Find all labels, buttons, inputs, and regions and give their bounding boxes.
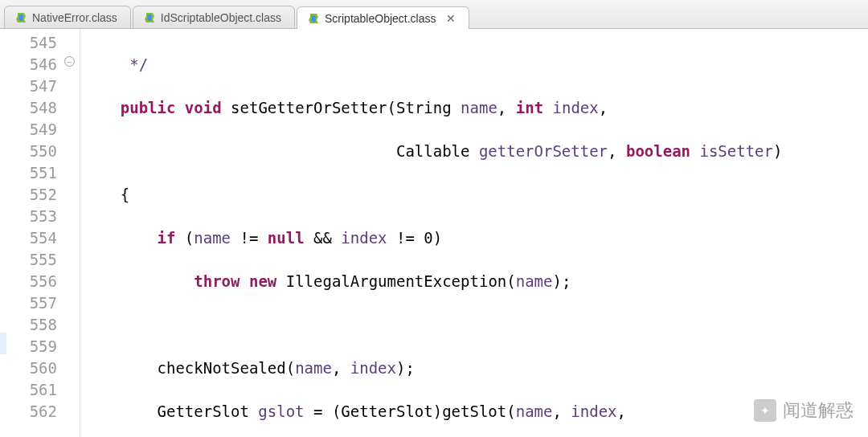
line-number: 561 xyxy=(0,379,57,401)
line-number: 547 xyxy=(0,76,57,97)
code-area[interactable]: */ public void setGetterOrSetter(String … xyxy=(80,29,868,437)
line-number: 562 xyxy=(0,401,57,423)
code-line[interactable]: if (name != null && index != 0) xyxy=(84,227,868,249)
line-number: 555 xyxy=(0,249,57,271)
line-number: 551 xyxy=(0,162,57,184)
line-number: 550 xyxy=(0,141,57,162)
line-number: 557 xyxy=(0,292,57,314)
line-number: 559 xyxy=(0,336,57,357)
tab-scriptable-active[interactable]: ScriptableObject.class ✕ xyxy=(297,6,469,29)
tab-label: ScriptableObject.class xyxy=(325,12,436,25)
line-number: 552 xyxy=(0,184,57,206)
tab-label: NativeError.class xyxy=(32,11,117,24)
line-number: 549 xyxy=(0,119,57,141)
code-line[interactable]: */ xyxy=(84,54,868,76)
code-line[interactable]: { xyxy=(84,184,868,206)
code-line[interactable]: Callable getterOrSetter, boolean isSette… xyxy=(84,141,868,162)
line-number: 545 xyxy=(0,32,57,54)
tab-idscriptable[interactable]: IdScriptableObject.class xyxy=(133,6,295,29)
class-file-icon xyxy=(14,11,27,24)
code-line[interactable]: GetterSlot gslot = (GetterSlot)getSlot(n… xyxy=(84,401,868,423)
line-number: 548 xyxy=(0,97,57,119)
class-file-icon xyxy=(143,11,156,24)
line-number-gutter: 545 546– 547 548 549 550 551 552 553 554… xyxy=(0,29,80,437)
close-icon[interactable]: ✕ xyxy=(441,12,456,25)
editor-tab-bar: NativeError.class IdScriptableObject.cla… xyxy=(0,0,868,29)
code-editor: 545 546– 547 548 549 550 551 552 553 554… xyxy=(0,29,868,437)
code-line[interactable]: checkNotSealed(name, index); xyxy=(84,357,868,379)
tab-label: IdScriptableObject.class xyxy=(161,11,281,24)
fold-toggle-icon[interactable]: – xyxy=(64,56,75,67)
line-number: 558 xyxy=(0,314,57,336)
line-number: 560 xyxy=(0,357,57,379)
line-number: 546– xyxy=(0,54,57,76)
line-number: 554 xyxy=(0,227,57,249)
watermark-text: 闻道解惑 xyxy=(783,398,854,423)
line-number: 556 xyxy=(0,271,57,292)
line-number: 553 xyxy=(0,206,57,227)
code-line[interactable]: public void setGetterOrSetter(String nam… xyxy=(84,97,868,119)
class-file-icon xyxy=(307,12,320,25)
code-line[interactable] xyxy=(84,314,868,336)
code-line[interactable]: throw new IllegalArgumentException(name)… xyxy=(84,271,868,292)
tab-native-error[interactable]: NativeError.class xyxy=(4,6,131,29)
wechat-icon: ✦ xyxy=(754,399,776,422)
watermark: ✦ 闻道解惑 xyxy=(754,398,854,423)
